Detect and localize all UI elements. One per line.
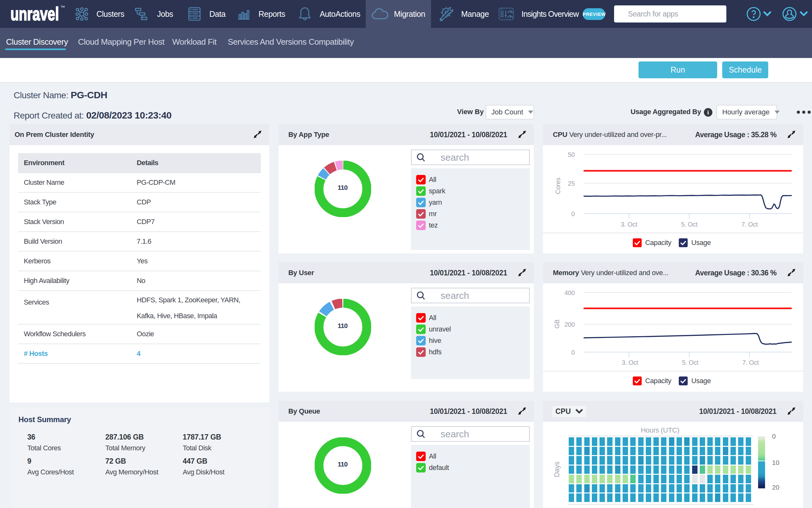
svg-text:TM: TM [61,5,65,8]
svg-text:unravel: unravel [10,3,59,25]
